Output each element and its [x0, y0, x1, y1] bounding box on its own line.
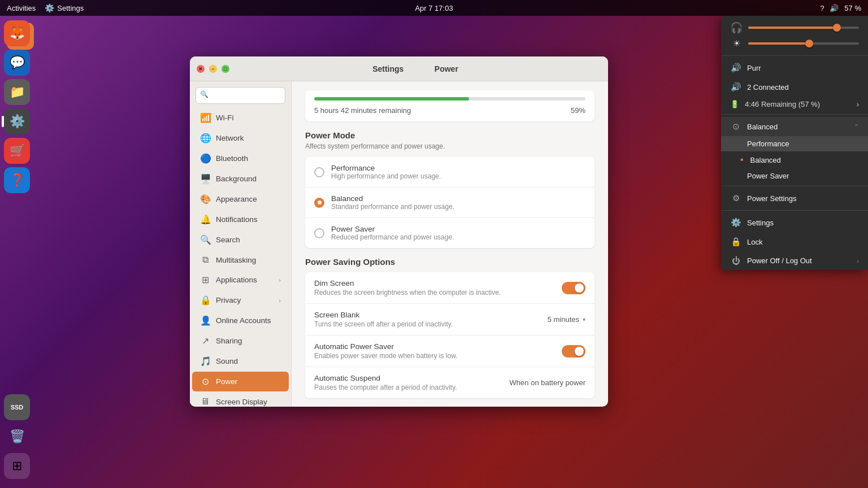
- taskbar-help[interactable]: ❓: [4, 167, 30, 193]
- device-name-row: 🔊 Purr: [721, 58, 868, 77]
- sidebar-item-applications[interactable]: ⊞ Applications ›: [192, 270, 289, 290]
- powersaver-desc: Reduced performance and power usage.: [331, 233, 454, 241]
- lock-row[interactable]: 🔒 Lock: [721, 232, 868, 251]
- power-off-chevron: ›: [857, 258, 859, 264]
- battery-chevron: ›: [857, 100, 859, 108]
- power-saving-card: Dim Screen Reduces the screen brightness…: [305, 272, 594, 398]
- auto-suspend-value[interactable]: When on battery power: [510, 378, 585, 387]
- help-icon[interactable]: ?: [820, 4, 824, 12]
- submenu-powersaver[interactable]: Power Saver: [721, 168, 868, 184]
- taskbar-grid[interactable]: ⊞: [4, 453, 30, 479]
- sound-icon: 🎵: [200, 356, 210, 367]
- headphones-icon: 🎧: [730, 21, 743, 34]
- taskbar-firefox[interactable]: 🦊: [4, 20, 30, 46]
- divider-2: [721, 114, 868, 115]
- screen-blank-label: Screen Blank: [314, 311, 453, 319]
- battery-row[interactable]: 🔋 4:46 Remaining (57 %) ›: [721, 97, 868, 112]
- battery-info: 5 hours 42 minutes remaining 59%: [314, 106, 585, 115]
- taskbar-trash[interactable]: 🗑️: [4, 424, 30, 450]
- maximize-button[interactable]: □: [222, 65, 229, 73]
- brightness-thumb: [805, 40, 813, 47]
- sidebar-item-wifi[interactable]: 📶 Wi-Fi: [192, 108, 289, 128]
- sidebar-item-sharing[interactable]: ↗ Sharing: [192, 331, 289, 351]
- volume-slider-row: 🎧: [721, 16, 868, 37]
- search-sidebar-icon: 🔍: [200, 234, 210, 245]
- applications-icon: ⊞: [200, 274, 210, 285]
- battery-remaining-label: 4:46 Remaining (57 %): [745, 100, 820, 108]
- divider-1: [721, 55, 868, 56]
- sidebar-item-power[interactable]: ⊙ Power: [192, 372, 289, 391]
- sidebar-item-network[interactable]: 🌐 Network: [192, 128, 289, 148]
- lock-panel-icon: 🔒: [730, 237, 741, 247]
- battery-fill: [314, 97, 469, 101]
- screen-blank-desc: Turns the screen off after a period of i…: [314, 320, 453, 328]
- power-mode-row[interactable]: ⊙ Balanced ⌃: [721, 117, 868, 136]
- powersaver-label: Power Saver: [331, 225, 454, 233]
- sidebar-item-background[interactable]: 🖥️ Background: [192, 169, 289, 189]
- power-settings-row[interactable]: ⚙ Power Settings: [721, 189, 868, 208]
- sidebar-item-privacy[interactable]: 🔒 Privacy ›: [192, 290, 289, 310]
- brightness-icon: ☀: [730, 38, 743, 49]
- balanced-label: Balanced: [331, 194, 454, 203]
- balanced-submenu-label: Balanced: [750, 156, 781, 164]
- sidebar-item-sound[interactable]: 🎵 Sound: [192, 351, 289, 371]
- sidebar-item-bluetooth[interactable]: 🔵 Bluetooth: [192, 149, 289, 168]
- power-mode-chevron: ⌃: [854, 123, 859, 130]
- minimize-button[interactable]: −: [209, 65, 217, 73]
- settings-row[interactable]: ⚙️ Settings: [721, 213, 868, 232]
- auto-suspend-label: Automatic Suspend: [314, 374, 457, 382]
- radio-performance: [314, 167, 324, 177]
- appearance-icon: 🎨: [200, 194, 210, 204]
- settings-panel-icon: ⚙️: [730, 217, 741, 228]
- activities-button[interactable]: Activities: [7, 4, 36, 12]
- connected-label: 2 Connected: [747, 83, 789, 91]
- mode-performance[interactable]: Performance High performance and power u…: [305, 157, 594, 188]
- sidebar-search-input[interactable]: [196, 87, 285, 104]
- screen-blank-arrow: ▾: [583, 316, 585, 323]
- auto-suspend-row: Automatic Suspend Pauses the computer af…: [305, 367, 594, 398]
- topbar: Activities ⚙️ Settings Apr 7 17:03 ? 🔊 5…: [0, 0, 868, 16]
- battery-pct-label: 59%: [571, 106, 585, 115]
- mode-balanced[interactable]: Balanced Standard performance and power …: [305, 188, 594, 218]
- taskbar-settings[interactable]: ⚙️: [4, 108, 30, 134]
- performance-submenu-label: Performance: [747, 140, 789, 148]
- brightness-slider[interactable]: [748, 42, 859, 45]
- sidebar-item-search[interactable]: 🔍 Search: [192, 230, 289, 250]
- mode-powersaver[interactable]: Power Saver Reduced performance and powe…: [305, 218, 594, 248]
- sidebar-item-appearance[interactable]: 🎨 Appearance: [192, 189, 289, 209]
- taskbar-appstore[interactable]: 🛒: [4, 138, 30, 164]
- submenu-balanced[interactable]: Balanced: [721, 151, 868, 168]
- taskbar-chat[interactable]: 💬: [4, 50, 30, 76]
- power-icon: ⊙: [200, 376, 210, 387]
- battery-section: 5 hours 42 minutes remaining 59%: [305, 90, 594, 121]
- bluetooth-panel-icon: 🔊: [730, 82, 741, 92]
- topbar-datetime: Apr 7 17:03: [415, 4, 453, 12]
- sidebar-search-icon: 🔍: [200, 90, 209, 98]
- volume-icon[interactable]: 🔊: [830, 4, 839, 12]
- dim-screen-toggle[interactable]: [562, 282, 585, 294]
- close-button[interactable]: ✕: [197, 65, 205, 73]
- sidebar-item-screen-display[interactable]: 🖥 Screen Display: [192, 392, 289, 407]
- sidebar-item-multitasking[interactable]: ⧉ Multitasking: [192, 250, 289, 269]
- volume-slider[interactable]: [748, 27, 859, 29]
- sharing-icon: ↗: [200, 336, 210, 346]
- privacy-arrow: ›: [279, 297, 281, 304]
- sidebar-item-notifications[interactable]: 🔔 Notifications: [192, 210, 289, 229]
- brightness-slider-row: ☀: [721, 37, 868, 53]
- submenu-performance[interactable]: Performance: [721, 136, 868, 151]
- dim-screen-row: Dim Screen Reduces the screen brightness…: [305, 272, 594, 304]
- power-settings-label: Power Settings: [747, 194, 796, 203]
- power-off-row[interactable]: ⏻ Power Off / Log Out ›: [721, 251, 868, 270]
- taskbar-files[interactable]: 📁: [4, 79, 30, 105]
- power-saving-title: Power Saving Options: [305, 257, 594, 267]
- sidebar-item-online-accounts[interactable]: 👤 Online Accounts: [192, 311, 289, 330]
- screen-blank-dropdown[interactable]: 5 minutes ▾: [548, 315, 585, 324]
- battery-indicator: 57 %: [844, 4, 861, 12]
- taskbar-ssd[interactable]: SSD: [4, 394, 30, 420]
- window-controls: ✕ − □: [197, 65, 229, 73]
- settings-content: 5 hours 42 minutes remaining 59% Power M…: [292, 81, 608, 407]
- battery-progress-bar: [314, 97, 585, 101]
- auto-power-saver-toggle[interactable]: [562, 345, 585, 358]
- power-off-icon: ⏻: [730, 256, 741, 265]
- device-name-label: Purr: [747, 64, 761, 72]
